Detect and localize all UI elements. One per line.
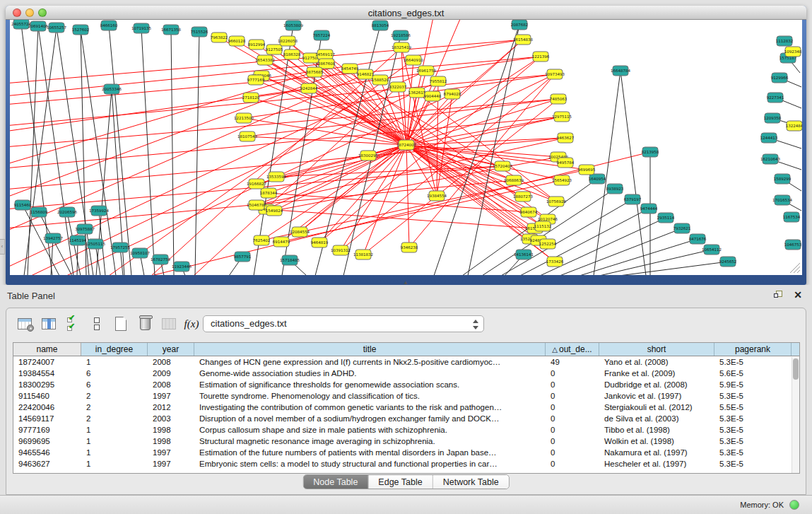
graph-node[interactable]: 17359924 (89, 206, 109, 216)
graph-node[interactable]: 11381832 (353, 250, 373, 259)
graph-node[interactable]: 18107543 (237, 132, 257, 141)
graph-node[interactable]: 15718485 (280, 255, 300, 265)
graph-node[interactable]: 7857224 (313, 30, 331, 40)
graph-node[interactable]: 1209358 (764, 113, 782, 123)
float-panel-icon[interactable] (774, 291, 784, 300)
graph-node[interactable]: 17016534 (772, 195, 792, 205)
graph-node[interactable]: 9346238 (401, 243, 418, 252)
column-header-in_degree[interactable]: in_degree (81, 343, 148, 356)
graph-node[interactable]: 19166827 (247, 179, 266, 189)
graph-node[interactable]: 17957255 (110, 243, 130, 252)
graph-node[interactable]: 16154838 (513, 35, 533, 45)
graph-node[interactable]: 7625402 (253, 235, 271, 245)
graph-node[interactable]: 8813054 (372, 21, 389, 30)
graph-node[interactable]: 12213500 (234, 113, 254, 123)
row-height-button[interactable] (87, 314, 107, 334)
column-header-name[interactable]: name (13, 343, 81, 356)
graph-node[interactable]: 1145194 (69, 235, 87, 245)
graph-node[interactable]: 1156809 (30, 207, 48, 217)
table-settings-button[interactable] (15, 314, 35, 334)
table-row[interactable]: 946554611997Estimation of the future num… (13, 447, 799, 458)
graph-node[interactable]: 6379197 (624, 194, 642, 204)
graph-node[interactable]: 10655257 (47, 23, 66, 33)
graph-node[interactable]: 8322037 (389, 82, 407, 92)
graph-node[interactable]: 13533594 (266, 172, 286, 182)
graph-node[interactable]: 6794028 (444, 89, 461, 99)
graph-node[interactable]: 15046786 (247, 200, 266, 210)
graph-node[interactable]: 14569117 (315, 49, 335, 59)
graph-node[interactable]: 14136141 (514, 250, 534, 259)
graph-node[interactable]: 1527602 (72, 25, 90, 35)
graph-node[interactable]: 1115132 (534, 221, 552, 231)
select-column-button[interactable] (39, 314, 59, 334)
graph-node[interactable]: 9840674 (520, 207, 538, 217)
graph-node[interactable]: 18724007 (396, 140, 416, 150)
delete-column-button[interactable] (135, 314, 155, 334)
graph-node[interactable]: 18807273 (513, 192, 533, 201)
graph-node[interactable]: 16961758 (416, 66, 436, 76)
graph-node[interactable]: 1588520 (372, 75, 389, 85)
graph-node[interactable]: 1112832 (776, 36, 794, 46)
graph-node[interactable]: 8938923 (606, 184, 624, 194)
graph-node[interactable]: 9777169 (247, 75, 265, 85)
graph-node[interactable]: 8471676 (689, 234, 707, 244)
graph-node[interactable]: 16648784 (611, 66, 630, 76)
graph-node[interactable]: 16543382 (255, 55, 275, 65)
graph-node[interactable]: 12084554 (290, 227, 310, 237)
table-row[interactable]: 969969511998Structural magnetic resonanc… (13, 436, 799, 447)
column-header-title[interactable]: title (194, 343, 546, 356)
graph-node[interactable]: 9245652 (719, 257, 737, 267)
graph-node[interactable]: 9660128 (228, 36, 246, 46)
graph-node[interactable]: 10688639 (504, 175, 524, 185)
graph-node[interactable]: 7515526 (191, 27, 208, 37)
graph-node[interactable]: 12975115 (552, 112, 572, 122)
graph-node[interactable]: 10973493 (545, 69, 565, 79)
table-row[interactable]: 977716911998Corpus callosum shape and si… (13, 424, 799, 436)
network-view-window[interactable]: citations_edges.txt 24055724206914061065… (6, 6, 806, 285)
network-canvas[interactable]: 2405572420691406106552571527602846616010… (10, 20, 802, 275)
table-row[interactable]: 2242004622012Investigating the contribut… (13, 402, 799, 413)
graph-node[interactable]: 7955812 (430, 76, 447, 86)
graph-node[interactable]: 3875685 (306, 67, 324, 77)
graph-node[interactable]: 16671358 (161, 25, 181, 35)
graph-node[interactable]: 9474444 (640, 204, 658, 214)
create-column-button[interactable] (111, 314, 131, 334)
graph-node[interactable]: 18300295 (358, 151, 378, 160)
column-header-pagerank[interactable]: pagerank (714, 343, 792, 356)
graph-node[interactable]: 10719135 (131, 23, 151, 33)
table-row[interactable]: 1456911722003Disruption of a novel membe… (13, 413, 799, 424)
splitter-grip[interactable]: ▲ (401, 280, 411, 285)
memory-ok-indicator[interactable] (789, 500, 799, 510)
graph-node[interactable]: 10756928 (546, 197, 566, 206)
graph-node[interactable]: 1221396 (532, 52, 550, 62)
graph-node[interactable]: 1046753 (784, 240, 802, 250)
graph-node[interactable]: 1549824 (266, 206, 283, 216)
graph-node[interactable]: 15654923 (552, 175, 572, 185)
graph-node[interactable]: 2935114 (657, 213, 675, 223)
graph-node[interactable]: 9242844 (300, 83, 318, 93)
graph-node[interactable]: 8912994 (248, 40, 266, 49)
graph-node[interactable]: 18226058 (278, 36, 298, 46)
graph-node[interactable]: 2087682 (511, 20, 529, 30)
scrollbar-thumb[interactable] (793, 358, 799, 380)
graph-node[interactable]: 8213958 (642, 147, 659, 157)
tab-edge-table[interactable]: Edge Table (368, 475, 433, 489)
graph-node[interactable]: 10654112 (702, 245, 722, 255)
column-header-out_de[interactable]: △out_de... (546, 343, 599, 356)
graph-node[interactable]: 10958107 (130, 248, 150, 258)
graph-node[interactable]: 9699695 (578, 165, 596, 175)
graph-node[interactable]: 9857791 (234, 252, 252, 262)
table-row[interactable]: 911546021997Tourette syndrome. Phenomeno… (13, 390, 799, 402)
tab-node-table[interactable]: Node Table (303, 475, 368, 489)
graph-node[interactable]: 9904448 (424, 91, 442, 101)
graph-node[interactable]: 9463627 (557, 133, 575, 143)
graph-node[interactable]: 16640910 (404, 55, 423, 65)
canvas-resize-grip[interactable] (790, 263, 800, 273)
function-builder-button[interactable]: f(x) (182, 314, 201, 334)
graph-node[interactable]: 9495784 (557, 158, 575, 168)
table-row[interactable]: 1938455462009Genome-wide association stu… (13, 368, 799, 379)
column-header-year[interactable]: year (148, 343, 194, 356)
graph-node[interactable]: 9127505 (266, 45, 283, 54)
graph-node[interactable]: 16210643 (760, 154, 780, 164)
graph-node[interactable]: 9227341 (767, 93, 784, 103)
